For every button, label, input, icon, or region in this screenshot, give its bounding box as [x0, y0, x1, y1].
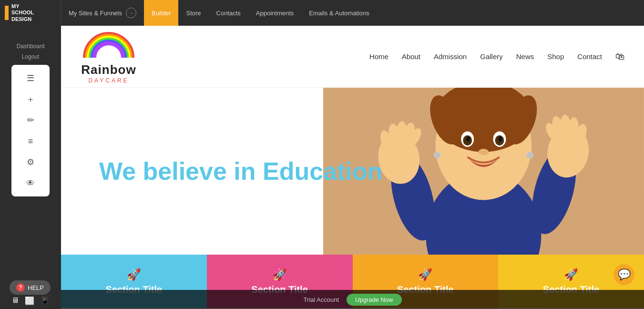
site-nav: Home About Admission Gallery News Shop C…	[369, 51, 625, 62]
site-nav-shop[interactable]: Shop	[547, 52, 564, 61]
sidebar-links: Dashboard Logout	[17, 43, 45, 60]
cart-icon[interactable]: 🛍	[615, 51, 625, 62]
main-content: Rainbow DAYCARE Home About Admission Gal…	[61, 26, 644, 309]
nav-contacts[interactable]: Contacts	[209, 0, 248, 26]
site-header: Rainbow DAYCARE Home About Admission Gal…	[61, 26, 644, 88]
nav-appointments[interactable]: Appointments	[248, 0, 302, 26]
chat-bubble[interactable]: 💬	[613, 264, 634, 285]
tablet-icon[interactable]: ⬜	[25, 296, 34, 305]
device-toggle: 🖥 ⬜ 📱	[0, 296, 61, 305]
sidebar-menu: ☰ ＋ ✏ ≡ ⚙ 👁	[11, 65, 50, 196]
trial-text: Trial Account	[303, 296, 339, 303]
top-nav: MY SCHOOL DESIGN My Sites & Funnels → Bu…	[0, 0, 644, 26]
rainbow-svg	[80, 29, 137, 62]
nav-items: My Sites & Funnels → Builder Store Conta…	[61, 0, 644, 26]
filter-icon[interactable]: ≡	[21, 132, 40, 151]
app-logo: MY SCHOOL DESIGN	[0, 0, 61, 26]
site-logo-sub: DAYCARE	[88, 77, 129, 84]
site-nav-news[interactable]: News	[516, 52, 534, 61]
logo-bar-icon	[5, 6, 9, 20]
nav-store[interactable]: Store	[178, 0, 208, 26]
logo-text: MY SCHOOL DESIGN	[11, 3, 34, 22]
menu-icon[interactable]: ☰	[21, 69, 40, 88]
site-logo-name: Rainbow	[81, 62, 136, 77]
hero-title: We believe in Education	[99, 156, 606, 186]
upgrade-button[interactable]: Upgrade Now	[347, 294, 402, 306]
sidebar-link-logout[interactable]: Logout	[22, 53, 40, 60]
site-nav-contact[interactable]: Contact	[577, 52, 602, 61]
sidebar-link-dashboard[interactable]: Dashboard	[17, 43, 45, 50]
pencil-icon[interactable]: ✏	[21, 111, 40, 130]
tile-2-icon: 🚀	[273, 268, 287, 281]
nav-my-sites[interactable]: My Sites & Funnels →	[61, 0, 144, 26]
help-question-icon: ?	[16, 283, 25, 292]
site-nav-admission[interactable]: Admission	[434, 52, 467, 61]
site-nav-about[interactable]: About	[402, 52, 420, 61]
site-nav-home[interactable]: Home	[369, 52, 388, 61]
left-sidebar: Dashboard Logout ☰ ＋ ✏ ≡ ⚙ 👁	[0, 26, 61, 309]
tile-4-icon: 🚀	[564, 268, 578, 281]
nav-arrow-icon: →	[126, 8, 136, 18]
mobile-icon[interactable]: 📱	[40, 296, 50, 305]
eye-icon[interactable]: 👁	[21, 174, 40, 193]
tile-1-icon: 🚀	[127, 268, 141, 281]
trial-bar: Trial Account Upgrade Now	[61, 290, 644, 309]
help-label: HELP	[28, 284, 44, 291]
hero-text: We believe in Education	[61, 137, 644, 205]
nav-builder[interactable]: Builder	[144, 0, 178, 26]
site-logo: Rainbow DAYCARE	[80, 29, 137, 84]
tile-3-icon: 🚀	[418, 268, 432, 281]
desktop-icon[interactable]: 🖥	[11, 296, 19, 305]
add-icon[interactable]: ＋	[21, 90, 40, 109]
nav-emails[interactable]: Emails & Automations	[301, 0, 377, 26]
gear-icon[interactable]: ⚙	[21, 153, 40, 172]
site-nav-gallery[interactable]: Gallery	[480, 52, 503, 61]
hero-section: We believe in Education	[61, 88, 644, 255]
help-button[interactable]: ? HELP	[10, 280, 51, 295]
